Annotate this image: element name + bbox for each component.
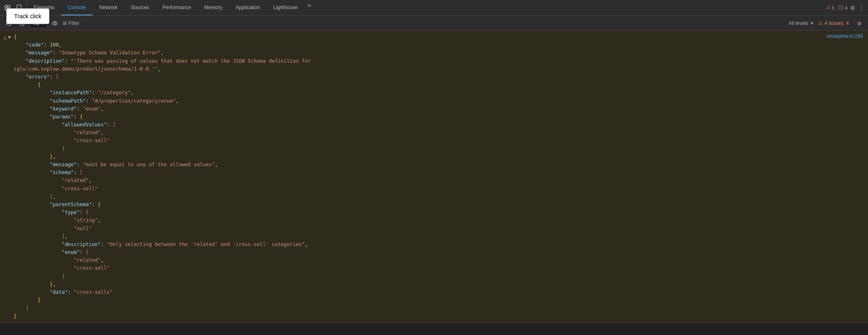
- tab-bar-right: ⚠ 5 ⬛ 4 ⚙ ⋮: [823, 4, 868, 12]
- svg-point-10: [52, 22, 57, 25]
- error-badge: ⚠ 5: [826, 5, 834, 10]
- svg-rect-1: [8, 5, 10, 7]
- tab-application[interactable]: Application: [229, 0, 267, 15]
- tab-console[interactable]: Console: [61, 0, 93, 15]
- error-icon: ⚠: [826, 5, 831, 10]
- levels-label: All levels: [789, 20, 808, 26]
- filter-input-area[interactable]: ⊞ Filter: [63, 20, 80, 26]
- tabs: Elements Console Network Sources Perform…: [27, 0, 823, 15]
- filter-label: Filter: [69, 20, 80, 26]
- tab-performance[interactable]: Performance: [156, 0, 198, 15]
- console-output: ⚠ ▶ { "code": 100, "message": "Snowtype …: [0, 31, 868, 335]
- svg-point-11: [54, 22, 56, 24]
- tab-sources[interactable]: Sources: [124, 0, 156, 15]
- filter-icon: ⊞: [63, 20, 67, 26]
- entry-gutter: ⚠ ▶: [0, 31, 14, 43]
- entry-warn-icon: ⚠: [3, 34, 7, 41]
- warn-count: 4: [845, 5, 847, 10]
- issues-label: 4 Issues:: [824, 20, 844, 26]
- tab-bar: Elements Console Network Sources Perform…: [0, 0, 868, 16]
- eye-icon[interactable]: [49, 18, 60, 29]
- tab-network[interactable]: Network: [93, 0, 124, 15]
- console-toolbar: top ▾ ⊞ Filter All levels ▾ ⚠ 4 Issues: …: [0, 16, 868, 31]
- track-click-button[interactable]: Track click: [6, 8, 49, 24]
- issues-button[interactable]: ⚠ 4 Issues: 4: [818, 20, 849, 26]
- more-tabs-icon[interactable]: »: [304, 0, 314, 10]
- entry-source-link[interactable]: snowplow.ts:284: [823, 31, 868, 42]
- levels-chevron-icon: ▾: [811, 20, 813, 26]
- warn-icon: ⬛: [838, 5, 843, 10]
- issues-count: 4: [846, 20, 849, 26]
- levels-selector[interactable]: All levels ▾: [789, 20, 813, 26]
- console-entry: ⚠ ▶ { "code": 100, "message": "Snowtype …: [0, 31, 868, 323]
- devtools-panel: Elements Console Network Sources Perform…: [0, 0, 868, 335]
- tab-memory[interactable]: Memory: [198, 0, 229, 15]
- error-count: 5: [832, 5, 834, 10]
- tab-lighthouse[interactable]: Lighthouse: [267, 0, 304, 15]
- issues-warn-icon: ⚠: [818, 20, 823, 26]
- expand-arrow[interactable]: ▶: [8, 34, 11, 39]
- svg-rect-0: [5, 5, 7, 7]
- console-settings-icon[interactable]: ⚙: [854, 18, 865, 29]
- devtools-settings-icon[interactable]: ⚙: [851, 4, 855, 12]
- devtools-more-icon[interactable]: ⋮: [858, 4, 865, 12]
- warn-badge: ⬛ 4: [838, 5, 847, 10]
- entry-content: { "code": 100, "message": "Snowtype Sche…: [14, 31, 823, 323]
